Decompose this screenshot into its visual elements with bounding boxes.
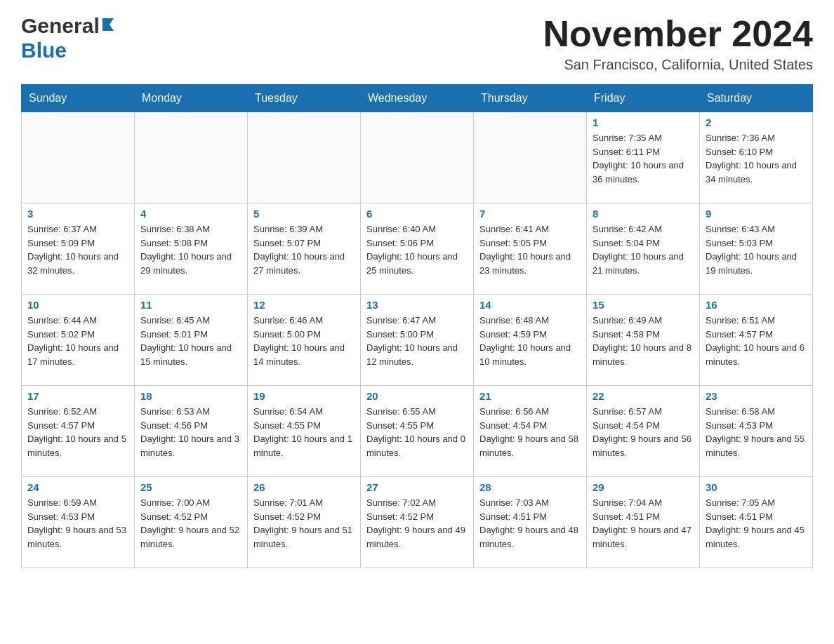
day-number: 9 xyxy=(706,208,807,220)
logo: General Blue xyxy=(21,14,117,62)
day-number: 2 xyxy=(706,116,807,128)
calendar-cell: 1Sunrise: 7:35 AMSunset: 6:11 PMDaylight… xyxy=(587,112,700,203)
day-number: 18 xyxy=(140,390,241,402)
logo-blue-text: Blue xyxy=(21,39,67,62)
day-sun-info: Sunrise: 7:02 AMSunset: 4:52 PMDaylight:… xyxy=(366,496,468,551)
day-number: 1 xyxy=(593,116,694,128)
calendar-cell: 22Sunrise: 6:57 AMSunset: 4:54 PMDayligh… xyxy=(587,386,700,477)
day-number: 26 xyxy=(253,481,355,493)
day-number: 4 xyxy=(140,208,241,220)
calendar-cell: 21Sunrise: 6:56 AMSunset: 4:54 PMDayligh… xyxy=(474,386,587,477)
page-header: General Blue November 2024 San Francisco… xyxy=(21,14,813,73)
logo-general-text: General xyxy=(21,14,100,38)
day-sun-info: Sunrise: 6:59 AMSunset: 4:53 PMDaylight:… xyxy=(27,496,128,551)
day-number: 15 xyxy=(593,299,694,311)
day-number: 16 xyxy=(706,299,807,311)
calendar-cell xyxy=(22,112,135,203)
calendar-cell: 8Sunrise: 6:42 AMSunset: 5:04 PMDaylight… xyxy=(587,203,700,295)
calendar-cell: 7Sunrise: 6:41 AMSunset: 5:05 PMDaylight… xyxy=(474,203,587,295)
day-number: 17 xyxy=(27,390,128,402)
day-sun-info: Sunrise: 6:57 AMSunset: 4:54 PMDaylight:… xyxy=(593,405,694,459)
day-sun-info: Sunrise: 7:04 AMSunset: 4:51 PMDaylight:… xyxy=(593,496,694,551)
day-of-week-header: Friday xyxy=(587,85,700,112)
day-sun-info: Sunrise: 6:48 AMSunset: 4:59 PMDaylight:… xyxy=(479,314,581,368)
calendar-cell xyxy=(135,112,248,203)
day-sun-info: Sunrise: 6:58 AMSunset: 4:53 PMDaylight:… xyxy=(706,405,807,459)
calendar-cell: 18Sunrise: 6:53 AMSunset: 4:56 PMDayligh… xyxy=(135,386,248,477)
calendar-cell: 9Sunrise: 6:43 AMSunset: 5:03 PMDaylight… xyxy=(700,203,813,295)
calendar-table: SundayMondayTuesdayWednesdayThursdayFrid… xyxy=(21,84,813,568)
logo-flag-icon xyxy=(101,17,117,32)
day-number: 20 xyxy=(366,390,468,402)
calendar-header-row: SundayMondayTuesdayWednesdayThursdayFrid… xyxy=(22,85,813,112)
calendar-week-row: 17Sunrise: 6:52 AMSunset: 4:57 PMDayligh… xyxy=(22,386,813,477)
day-of-week-header: Saturday xyxy=(700,85,813,112)
calendar-cell xyxy=(361,112,474,203)
calendar-cell: 6Sunrise: 6:40 AMSunset: 5:06 PMDaylight… xyxy=(361,203,474,295)
calendar-cell: 15Sunrise: 6:49 AMSunset: 4:58 PMDayligh… xyxy=(587,295,700,386)
day-sun-info: Sunrise: 6:45 AMSunset: 5:01 PMDaylight:… xyxy=(140,314,241,368)
day-number: 8 xyxy=(593,208,694,220)
day-number: 24 xyxy=(27,481,128,493)
day-number: 10 xyxy=(27,299,128,311)
svg-marker-0 xyxy=(102,18,114,31)
calendar-cell: 19Sunrise: 6:54 AMSunset: 4:55 PMDayligh… xyxy=(248,386,361,477)
location-title: San Francisco, California, United States xyxy=(543,57,813,73)
day-sun-info: Sunrise: 7:00 AMSunset: 4:52 PMDaylight:… xyxy=(140,496,241,551)
calendar-week-row: 1Sunrise: 7:35 AMSunset: 6:11 PMDaylight… xyxy=(22,112,813,203)
day-sun-info: Sunrise: 7:03 AMSunset: 4:51 PMDaylight:… xyxy=(479,496,581,551)
day-of-week-header: Monday xyxy=(135,85,248,112)
day-sun-info: Sunrise: 6:40 AMSunset: 5:06 PMDaylight:… xyxy=(366,222,468,277)
calendar-cell: 3Sunrise: 6:37 AMSunset: 5:09 PMDaylight… xyxy=(22,203,135,295)
day-sun-info: Sunrise: 6:47 AMSunset: 5:00 PMDaylight:… xyxy=(366,314,468,368)
day-sun-info: Sunrise: 6:46 AMSunset: 5:00 PMDaylight:… xyxy=(253,314,355,368)
day-sun-info: Sunrise: 6:38 AMSunset: 5:08 PMDaylight:… xyxy=(140,222,241,277)
day-sun-info: Sunrise: 6:56 AMSunset: 4:54 PMDaylight:… xyxy=(479,405,581,459)
day-of-week-header: Tuesday xyxy=(248,85,361,112)
calendar-cell xyxy=(474,112,587,203)
day-number: 21 xyxy=(479,390,581,402)
calendar-cell: 4Sunrise: 6:38 AMSunset: 5:08 PMDaylight… xyxy=(135,203,248,295)
calendar-cell: 14Sunrise: 6:48 AMSunset: 4:59 PMDayligh… xyxy=(474,295,587,386)
day-number: 14 xyxy=(479,299,581,311)
day-of-week-header: Sunday xyxy=(22,85,135,112)
day-sun-info: Sunrise: 6:44 AMSunset: 5:02 PMDaylight:… xyxy=(27,314,128,368)
calendar-cell: 2Sunrise: 7:36 AMSunset: 6:10 PMDaylight… xyxy=(700,112,813,203)
day-sun-info: Sunrise: 6:55 AMSunset: 4:55 PMDaylight:… xyxy=(366,405,468,459)
day-number: 22 xyxy=(593,390,694,402)
title-area: November 2024 San Francisco, California,… xyxy=(543,14,813,73)
day-number: 23 xyxy=(706,390,807,402)
calendar-cell: 26Sunrise: 7:01 AMSunset: 4:52 PMDayligh… xyxy=(248,477,361,568)
calendar-week-row: 10Sunrise: 6:44 AMSunset: 5:02 PMDayligh… xyxy=(22,295,813,386)
calendar-cell: 10Sunrise: 6:44 AMSunset: 5:02 PMDayligh… xyxy=(22,295,135,386)
calendar-cell: 25Sunrise: 7:00 AMSunset: 4:52 PMDayligh… xyxy=(135,477,248,568)
day-sun-info: Sunrise: 6:39 AMSunset: 5:07 PMDaylight:… xyxy=(253,222,355,277)
day-number: 19 xyxy=(253,390,355,402)
day-sun-info: Sunrise: 6:52 AMSunset: 4:57 PMDaylight:… xyxy=(27,405,128,459)
calendar-cell: 27Sunrise: 7:02 AMSunset: 4:52 PMDayligh… xyxy=(361,477,474,568)
day-number: 11 xyxy=(140,299,241,311)
calendar-week-row: 24Sunrise: 6:59 AMSunset: 4:53 PMDayligh… xyxy=(22,477,813,568)
day-sun-info: Sunrise: 7:36 AMSunset: 6:10 PMDaylight:… xyxy=(706,131,807,186)
day-number: 13 xyxy=(366,299,468,311)
day-number: 7 xyxy=(479,208,581,220)
calendar-cell: 17Sunrise: 6:52 AMSunset: 4:57 PMDayligh… xyxy=(22,386,135,477)
day-sun-info: Sunrise: 6:49 AMSunset: 4:58 PMDaylight:… xyxy=(593,314,694,368)
day-sun-info: Sunrise: 7:01 AMSunset: 4:52 PMDaylight:… xyxy=(253,496,355,551)
day-number: 5 xyxy=(253,208,355,220)
day-number: 3 xyxy=(27,208,128,220)
month-title: November 2024 xyxy=(543,14,813,54)
calendar-cell: 29Sunrise: 7:04 AMSunset: 4:51 PMDayligh… xyxy=(587,477,700,568)
calendar-cell: 5Sunrise: 6:39 AMSunset: 5:07 PMDaylight… xyxy=(248,203,361,295)
day-sun-info: Sunrise: 6:37 AMSunset: 5:09 PMDaylight:… xyxy=(27,222,128,277)
calendar-cell: 23Sunrise: 6:58 AMSunset: 4:53 PMDayligh… xyxy=(700,386,813,477)
calendar-cell: 11Sunrise: 6:45 AMSunset: 5:01 PMDayligh… xyxy=(135,295,248,386)
day-sun-info: Sunrise: 7:05 AMSunset: 4:51 PMDaylight:… xyxy=(706,496,807,551)
day-sun-info: Sunrise: 6:54 AMSunset: 4:55 PMDaylight:… xyxy=(253,405,355,459)
calendar-cell: 16Sunrise: 6:51 AMSunset: 4:57 PMDayligh… xyxy=(700,295,813,386)
day-sun-info: Sunrise: 6:53 AMSunset: 4:56 PMDaylight:… xyxy=(140,405,241,459)
day-number: 30 xyxy=(706,481,807,493)
day-sun-info: Sunrise: 6:42 AMSunset: 5:04 PMDaylight:… xyxy=(593,222,694,277)
day-sun-info: Sunrise: 7:35 AMSunset: 6:11 PMDaylight:… xyxy=(593,131,694,186)
calendar-cell: 24Sunrise: 6:59 AMSunset: 4:53 PMDayligh… xyxy=(22,477,135,568)
